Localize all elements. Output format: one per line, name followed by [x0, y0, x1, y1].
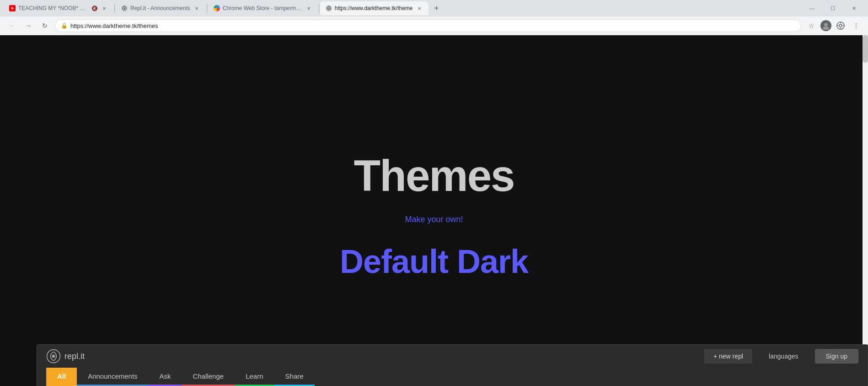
replit-navbar: repl.it + new repl languages Sign up [37, 345, 868, 368]
new-tab-button[interactable]: + [430, 2, 443, 15]
tab-announcements[interactable]: Announcements [77, 368, 148, 386]
tab-title-chrome-store: Chrome Web Store - tampermom [223, 5, 302, 11]
replit-logo[interactable]: repl.it [46, 349, 85, 364]
tab-ask[interactable]: Ask [149, 368, 182, 386]
toolbar-icons: ☆ ⋮ [805, 19, 863, 32]
hero-section: Themes Make your own! Default Dark [0, 35, 868, 386]
browser-chrome: TEACHING MY *NOOB* WIFE 🔇 ✕ Repl.it - An… [0, 0, 868, 35]
tab-close-youtube[interactable]: ✕ [101, 5, 108, 12]
tab-bar: TEACHING MY *NOOB* WIFE 🔇 ✕ Repl.it - An… [0, 0, 868, 16]
darktheme-favicon-icon [326, 5, 332, 11]
close-button[interactable]: ✕ [843, 0, 864, 16]
svg-point-5 [823, 27, 829, 30]
replit-logo-icon [46, 349, 61, 364]
scrollbar-thumb[interactable] [863, 35, 868, 63]
tab-learn[interactable]: Learn [235, 368, 274, 386]
tab-close-replit[interactable]: ✕ [193, 5, 200, 12]
tab-separator-2 [207, 4, 207, 13]
tab-chrome-store[interactable]: Chrome Web Store - tampermom ✕ [208, 1, 318, 15]
make-your-own-link[interactable]: Make your own! [405, 215, 463, 224]
replit-tabs: All Announcements Ask Challenge Learn Sh… [37, 368, 868, 386]
tab-title-darktheme: https://www.darktheme.tk/theme [335, 5, 413, 11]
bookmark-icon[interactable]: ☆ [805, 19, 818, 32]
window-controls: — ☐ ✕ [801, 0, 864, 16]
tab-youtube[interactable]: TEACHING MY *NOOB* WIFE 🔇 ✕ [4, 1, 113, 15]
url-bar[interactable]: 🔒 https://www.darktheme.tk/themes [55, 19, 801, 32]
tab-audio-icon[interactable]: 🔇 [91, 5, 98, 11]
tab-share[interactable]: Share [274, 368, 315, 386]
tab-title-replit: Repl.it - Announcements [130, 5, 190, 11]
signup-button[interactable]: Sign up [815, 349, 858, 364]
tab-all[interactable]: All [46, 368, 77, 386]
languages-button[interactable]: languages [760, 349, 808, 364]
page-title: Themes [354, 151, 514, 201]
forward-button[interactable]: → [22, 19, 35, 32]
replit-logo-text: repl.it [64, 352, 85, 361]
svg-point-13 [52, 355, 55, 358]
reload-button[interactable]: ↻ [38, 19, 51, 32]
scrollbar-track[interactable] [863, 35, 868, 386]
tab-darktheme[interactable]: https://www.darktheme.tk/theme ✕ [320, 1, 429, 15]
svg-point-4 [824, 23, 828, 27]
tab-separator-1 [114, 4, 115, 13]
tab-close-chrome-store[interactable]: ✕ [305, 5, 312, 12]
tab-separator-3 [319, 4, 319, 13]
url-text: https://www.darktheme.tk/themes [70, 22, 795, 29]
chrome-store-favicon-icon [214, 5, 220, 11]
menu-button[interactable]: ⋮ [850, 19, 863, 32]
featured-theme-title: Default Dark [340, 243, 528, 280]
youtube-favicon-icon [9, 5, 16, 11]
back-button[interactable]: ← [5, 19, 18, 32]
svg-point-3 [328, 8, 329, 9]
replit-favicon-icon-1 [121, 5, 128, 11]
minimize-button[interactable]: — [801, 0, 822, 16]
tab-challenge[interactable]: Challenge [182, 368, 235, 386]
profile-avatar[interactable] [820, 20, 831, 31]
tab-close-darktheme[interactable]: ✕ [416, 5, 423, 12]
new-repl-button[interactable]: + new repl [704, 349, 752, 364]
page-content: Themes Make your own! Default Dark repl.… [0, 35, 868, 386]
replit-panel: repl.it + new repl languages Sign up All… [37, 344, 868, 386]
eye-extension-icon[interactable] [834, 19, 847, 32]
maximize-button[interactable]: ☐ [822, 0, 843, 16]
tab-replit-announcements[interactable]: Repl.it - Announcements ✕ [116, 1, 206, 15]
svg-point-7 [839, 24, 842, 27]
tab-title-youtube: TEACHING MY *NOOB* WIFE [18, 5, 89, 11]
svg-point-1 [124, 8, 125, 9]
address-bar: ← → ↻ 🔒 https://www.darktheme.tk/themes … [0, 16, 868, 35]
lock-icon: 🔒 [61, 22, 68, 29]
